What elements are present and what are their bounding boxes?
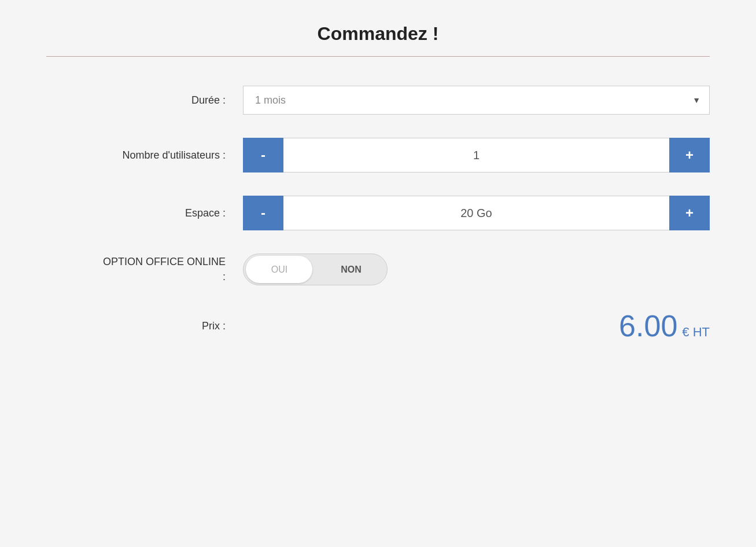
users-label: Nombre d'utilisateurs : — [46, 149, 243, 161]
office-option-toggle[interactable]: OUI NON — [243, 254, 388, 285]
space-increment-button[interactable]: + — [669, 196, 710, 230]
price-value-wrapper: 6.00 € HT — [243, 309, 710, 343]
space-row: Espace : - 20 Go + — [46, 196, 710, 230]
duration-select-wrapper: 1 mois 3 mois 6 mois 12 mois — [243, 86, 710, 115]
price-label: Prix : — [46, 320, 243, 332]
duration-control: 1 mois 3 mois 6 mois 12 mois — [243, 86, 710, 115]
price-currency: € HT — [682, 325, 710, 340]
users-decrement-button[interactable]: - — [243, 138, 283, 172]
office-option-label: OPTION OFFICE ONLINE : — [46, 255, 243, 284]
space-decrement-button[interactable]: - — [243, 196, 283, 230]
users-stepper: - 1 + — [243, 138, 710, 172]
duration-row: Durée : 1 mois 3 mois 6 mois 12 mois — [46, 86, 710, 115]
title-divider — [46, 56, 710, 57]
price-row: Prix : 6.00 € HT — [46, 309, 710, 343]
users-row: Nombre d'utilisateurs : - 1 + — [46, 138, 710, 172]
space-control: - 20 Go + — [243, 196, 710, 230]
duration-label: Durée : — [46, 94, 243, 107]
users-value: 1 — [283, 138, 669, 172]
toggle-on-label: OUI — [244, 265, 315, 275]
duration-select[interactable]: 1 mois 3 mois 6 mois 12 mois — [243, 86, 710, 115]
users-control: - 1 + — [243, 138, 710, 172]
space-value: 20 Go — [283, 196, 669, 230]
page-title: Commandez ! — [46, 23, 710, 45]
office-option-control: OUI NON — [243, 254, 710, 285]
space-stepper: - 20 Go + — [243, 196, 710, 230]
space-label: Espace : — [46, 207, 243, 219]
office-option-row: OPTION OFFICE ONLINE : OUI NON — [46, 254, 710, 285]
users-increment-button[interactable]: + — [669, 138, 710, 172]
toggle-off-label: NON — [315, 265, 387, 275]
order-form-card: Commandez ! Durée : 1 mois 3 mois 6 mois… — [0, 0, 756, 547]
price-amount: 6.00 — [619, 309, 677, 343]
